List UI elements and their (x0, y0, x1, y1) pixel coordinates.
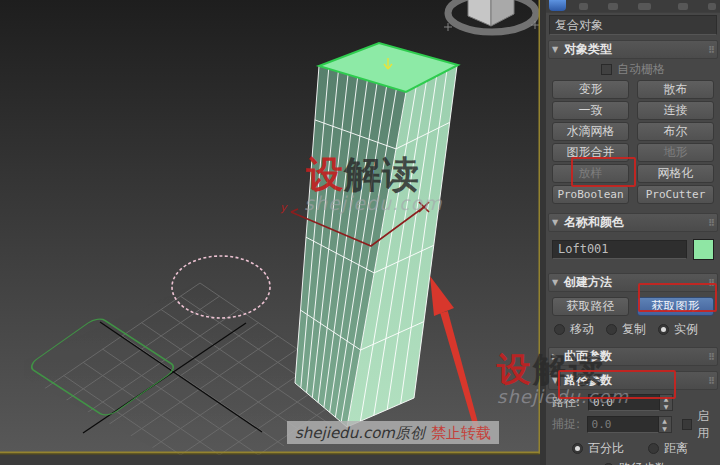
get-path-button[interactable]: 获取路径 (552, 297, 629, 316)
move-radio[interactable]: 移动 (554, 321, 594, 338)
snap-spinner[interactable]: 0.0 ▲▼ (587, 416, 672, 433)
motion-tab-icon[interactable] (638, 3, 651, 10)
drag-handle-icon[interactable]: ⠿ (708, 278, 714, 288)
distance-radio[interactable]: 距离 (648, 440, 688, 457)
rollout-name-color[interactable]: ▼ 名称和颜色 ⠿ (548, 213, 718, 232)
chevron-down-icon: ▼ (552, 376, 564, 385)
drag-handle-icon[interactable]: ⠿ (708, 376, 714, 386)
radio-selected-icon (572, 443, 583, 454)
enable-checkbox[interactable] (682, 419, 693, 430)
rollout-object-type[interactable]: ▼ 对象类型 ⠿ (548, 40, 718, 59)
radio-icon (648, 443, 659, 454)
rollout-title: 路径参数 (564, 372, 612, 389)
radio-selected-icon (658, 324, 669, 335)
autogrid-row: 自动栅格 (546, 62, 720, 76)
path-value[interactable]: 0.0 (588, 394, 660, 411)
status-strip (0, 455, 540, 465)
category-dropdown-value: 复合对象 (555, 18, 603, 32)
rollout-title: 曲面参数 (564, 348, 612, 365)
proboolean-button[interactable]: ProBoolean (552, 185, 629, 204)
chevron-down-icon: ▼ (552, 278, 564, 287)
instance-label: 实例 (674, 321, 698, 338)
spinner-arrows-icon[interactable]: ▲▼ (660, 394, 673, 411)
viewport-scene[interactable]: y (0, 0, 540, 465)
drag-handle-icon[interactable]: ⠿ (708, 45, 714, 55)
autogrid-checkbox[interactable] (601, 64, 612, 75)
percentage-radio[interactable]: 百分比 (572, 440, 624, 457)
boolean-button[interactable]: 布尔 (637, 122, 714, 141)
drag-handle-icon[interactable]: ⠿ (708, 218, 714, 228)
instance-radio[interactable]: 实例 (658, 321, 698, 338)
drag-handle-icon[interactable]: ⠿ (708, 352, 714, 362)
display-tab-icon[interactable] (678, 3, 688, 10)
procutter-button[interactable]: ProCutter (637, 185, 714, 204)
copy-radio[interactable]: 复制 (606, 321, 646, 338)
snap-label: 捕捉: (550, 416, 587, 433)
shapemerge-button[interactable]: 图形合并 (552, 143, 629, 162)
distance-label: 距离 (664, 440, 688, 457)
conform-button[interactable]: 一致 (552, 101, 629, 120)
rollout-title: 对象类型 (564, 41, 612, 58)
loft-button[interactable]: 放样 (552, 164, 629, 183)
rollout-path-params[interactable]: ▼ 路径参数 ⠿ (548, 371, 718, 390)
create-tab-icon[interactable] (549, 0, 566, 11)
rollout-title: 创建方法 (564, 274, 612, 291)
object-type-buttons: 变形 散布 一致 连接 水滴网格 布尔 图形合并 地形 放样 网格化 ProBo… (552, 80, 714, 204)
copy-label: 复制 (622, 321, 646, 338)
rollout-creation-method[interactable]: ▼ 创建方法 ⠿ (548, 273, 718, 292)
radio-icon (606, 324, 617, 335)
chevron-down-icon: ▼ (552, 45, 564, 54)
blobmesh-button[interactable]: 水滴网格 (552, 122, 629, 141)
spinner-arrows-icon[interactable]: ▲▼ (659, 416, 672, 433)
enable-checkbox-wrap[interactable]: 启用 (682, 408, 720, 442)
get-shape-button[interactable]: 获取图形 (637, 297, 714, 316)
command-panel-tabs[interactable] (546, 0, 720, 13)
path-steps-label: 路径步数 (619, 460, 667, 465)
snap-spinner-row: 捕捉: 0.0 ▲▼ 启用 (550, 415, 720, 434)
command-panel: 复合对象 ▼ 对象类型 ⠿ 自动栅格 变形 散布 一致 连接 水滴网格 布尔 图… (546, 0, 720, 465)
modify-tab-icon[interactable] (579, 3, 588, 10)
object-name-field[interactable]: Loft001 (552, 240, 687, 259)
utilities-tab-icon[interactable] (708, 3, 716, 10)
category-dropdown[interactable]: 复合对象 (549, 15, 717, 35)
path-label: 路径: (550, 394, 588, 411)
path-spinner[interactable]: 0.0 ▲▼ (588, 394, 673, 411)
move-label: 移动 (570, 321, 594, 338)
viewport-background (0, 0, 540, 453)
hierarchy-tab-icon[interactable] (608, 3, 618, 10)
object-color-swatch[interactable] (693, 239, 714, 260)
rollout-title: 名称和颜色 (564, 214, 624, 231)
chevron-down-icon: ▼ (552, 218, 564, 227)
connect-button[interactable]: 连接 (637, 101, 714, 120)
percentage-label: 百分比 (588, 440, 624, 457)
morph-button[interactable]: 变形 (552, 80, 629, 99)
scatter-button[interactable]: 散布 (637, 80, 714, 99)
terrain-button[interactable]: 地形 (637, 143, 714, 162)
enable-label: 启用 (697, 408, 720, 442)
snap-value[interactable]: 0.0 (587, 416, 659, 433)
radio-icon (554, 324, 565, 335)
viewport-3d[interactable]: y 设解读 shejiedu.com shejiedu.com原创禁止转载 (0, 0, 540, 465)
rollout-surface-params[interactable]: ▶ 曲面参数 ⠿ (548, 347, 718, 366)
chevron-right-icon: ▶ (552, 352, 564, 361)
path-steps-radio[interactable]: 路径步数 (603, 460, 667, 465)
max-application-window: y 设解读 shejiedu.com shejiedu.com原创禁止转载 (0, 0, 720, 465)
autogrid-label: 自动栅格 (617, 61, 665, 78)
mesher-button[interactable]: 网格化 (637, 164, 714, 183)
